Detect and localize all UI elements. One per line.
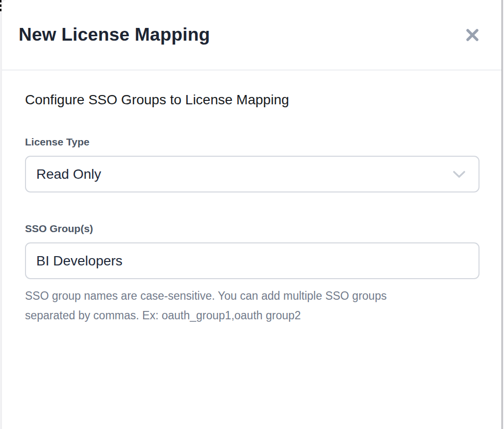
modal-body: Configure SSO Groups to License Mapping … — [2, 92, 502, 325]
license-type-label: License Type — [25, 136, 479, 148]
x-close-icon — [465, 27, 480, 43]
list-line-icon — [0, 9, 1, 11]
modal-title: New License Mapping — [19, 24, 210, 45]
modal-subtitle: Configure SSO Groups to License Mapping — [25, 92, 479, 108]
chevron-down-icon — [453, 170, 466, 179]
list-line-icon — [0, 0, 1, 2]
sso-groups-input[interactable] — [25, 242, 479, 279]
list-line-icon — [0, 4, 1, 7]
new-license-mapping-modal: New License Mapping Configure SSO Groups… — [1, 0, 503, 429]
sso-groups-help-text: SSO group names are case-sensitive. You … — [25, 286, 436, 325]
modal-header: New License Mapping — [2, 0, 502, 71]
close-button[interactable] — [462, 25, 482, 45]
background-list-icon — [0, 0, 2, 13]
sso-groups-label: SSO Group(s) — [25, 223, 479, 235]
license-type-selected-value: Read Only — [36, 167, 101, 182]
license-type-select[interactable]: Read Only — [25, 156, 479, 192]
